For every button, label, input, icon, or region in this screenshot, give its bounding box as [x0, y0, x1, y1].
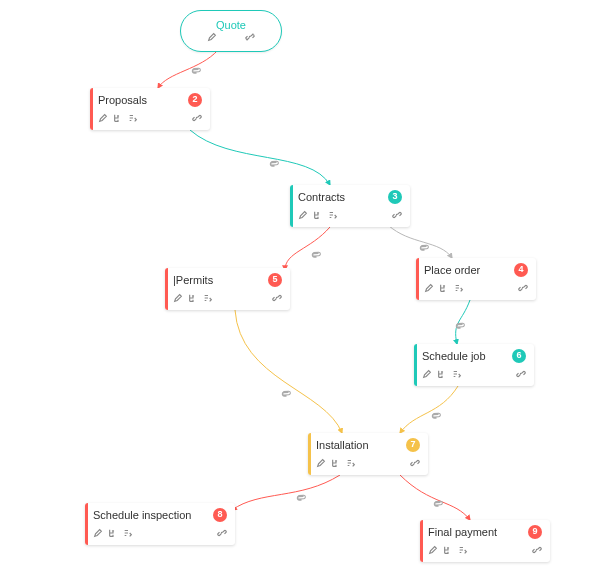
node-badge: 5: [268, 273, 282, 287]
link-icon[interactable]: [272, 293, 282, 305]
assign-icon[interactable]: [454, 283, 464, 295]
node-title: Proposals: [98, 94, 147, 106]
edit-icon[interactable]: [207, 32, 217, 44]
edit-icon[interactable]: [424, 283, 434, 295]
edge-proposals-contracts: [190, 130, 330, 185]
node-badge: 3: [388, 190, 402, 204]
node-badge: 6: [512, 349, 526, 363]
assign-icon[interactable]: [123, 528, 133, 540]
node-title: Final payment: [428, 526, 497, 538]
node-badge: 2: [188, 93, 202, 107]
edit-icon[interactable]: [428, 545, 438, 557]
link-icon[interactable]: [192, 113, 202, 125]
link-icon[interactable]: [516, 369, 526, 381]
node-permits[interactable]: |Permits5: [165, 268, 290, 310]
branch-icon[interactable]: [108, 528, 118, 540]
node-title: Place order: [424, 264, 480, 276]
branch-icon[interactable]: [113, 113, 123, 125]
link-icon[interactable]: [410, 458, 420, 470]
node-schedinsp[interactable]: Schedule inspection8: [85, 503, 235, 545]
branch-icon[interactable]: [331, 458, 341, 470]
link-icon[interactable]: [217, 528, 227, 540]
node-accent: [420, 520, 423, 562]
node-badge: 9: [528, 525, 542, 539]
assign-icon[interactable]: [346, 458, 356, 470]
edit-icon[interactable]: [422, 369, 432, 381]
node-badge: 4: [514, 263, 528, 277]
link-icon[interactable]: [392, 210, 402, 222]
attachment-icon[interactable]: [307, 247, 322, 263]
node-accent: [416, 258, 419, 300]
node-finalpay[interactable]: Final payment9: [420, 520, 550, 562]
node-title: Schedule job: [422, 350, 486, 362]
attachment-icon[interactable]: [277, 386, 292, 402]
node-accent: [290, 185, 293, 227]
attachment-icon[interactable]: [427, 408, 442, 424]
node-accent: [308, 433, 311, 475]
link-icon[interactable]: [245, 32, 255, 44]
branch-icon[interactable]: [443, 545, 453, 557]
edge-quote-proposals: [158, 50, 218, 88]
node-title: Quote: [216, 19, 246, 31]
edit-icon[interactable]: [316, 458, 326, 470]
attachment-icon[interactable]: [292, 490, 307, 506]
node-accent: [90, 88, 93, 130]
attachment-icon[interactable]: [415, 240, 430, 256]
edit-icon[interactable]: [173, 293, 183, 305]
workflow-canvas[interactable]: Quote Proposals2Contracts3|Permits5Place…: [0, 0, 600, 570]
assign-icon[interactable]: [128, 113, 138, 125]
branch-icon[interactable]: [188, 293, 198, 305]
assign-icon[interactable]: [328, 210, 338, 222]
node-quote[interactable]: Quote: [180, 10, 282, 52]
node-badge: 7: [406, 438, 420, 452]
edit-icon[interactable]: [98, 113, 108, 125]
attachment-icon[interactable]: [187, 63, 202, 79]
node-schedjob[interactable]: Schedule job6: [414, 344, 534, 386]
edge-install-schedinsp: [232, 475, 340, 510]
node-accent: [414, 344, 417, 386]
edit-icon[interactable]: [93, 528, 103, 540]
attachment-icon[interactable]: [451, 318, 466, 334]
assign-icon[interactable]: [458, 545, 468, 557]
attachment-icon[interactable]: [265, 156, 280, 172]
branch-icon[interactable]: [437, 369, 447, 381]
node-install[interactable]: Installation7: [308, 433, 428, 475]
node-proposals[interactable]: Proposals2: [90, 88, 210, 130]
node-contracts[interactable]: Contracts3: [290, 185, 410, 227]
node-title: Contracts: [298, 191, 345, 203]
assign-icon[interactable]: [452, 369, 462, 381]
attachment-icon[interactable]: [429, 496, 444, 512]
link-icon[interactable]: [518, 283, 528, 295]
edge-permits-install: [235, 310, 342, 433]
node-badge: 8: [213, 508, 227, 522]
node-title: Schedule inspection: [93, 509, 191, 521]
branch-icon[interactable]: [439, 283, 449, 295]
node-title: |Permits: [173, 274, 213, 286]
branch-icon[interactable]: [313, 210, 323, 222]
assign-icon[interactable]: [203, 293, 213, 305]
edit-icon[interactable]: [298, 210, 308, 222]
node-accent: [85, 503, 88, 545]
node-accent: [165, 268, 168, 310]
node-title: Installation: [316, 439, 369, 451]
edge-contracts-permits: [285, 227, 330, 270]
node-placeorder[interactable]: Place order4: [416, 258, 536, 300]
link-icon[interactable]: [532, 545, 542, 557]
edge-schedjob-install: [400, 386, 458, 433]
